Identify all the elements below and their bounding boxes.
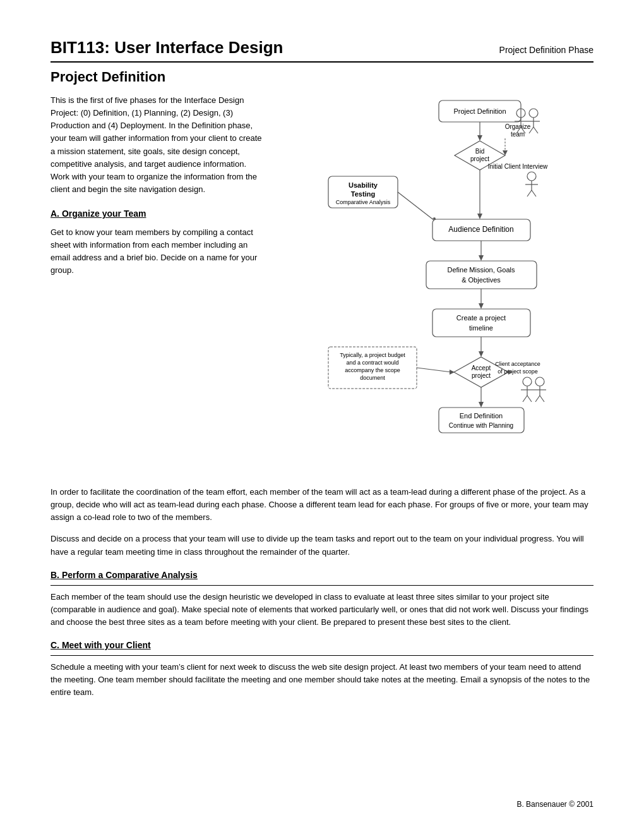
section-a-heading: A. Organize your Team [51, 207, 265, 221]
svg-text:Define Mission, Goals: Define Mission, Goals [448, 266, 515, 274]
svg-line-18 [534, 127, 538, 133]
content-area: This is the first of five phases for the… [51, 94, 593, 473]
document-phase: Project Definition Phase [499, 45, 593, 55]
svg-point-14 [529, 109, 538, 118]
svg-line-31 [398, 192, 434, 221]
svg-text:& Objectives: & Objectives [462, 276, 501, 284]
section-c-heading: C. Meet with your Client [51, 640, 593, 650]
section-c-divider [51, 655, 593, 656]
svg-point-66 [535, 377, 544, 386]
svg-text:Client acceptance: Client acceptance [495, 361, 540, 367]
page-header: BIT113: User Interface Design Project De… [51, 38, 593, 63]
page-title: Project Definition [51, 69, 593, 85]
svg-rect-39 [426, 261, 537, 289]
section-b-heading: B. Perform a Comparative Analysis [51, 570, 593, 580]
svg-point-22 [527, 172, 536, 181]
svg-text:Testing: Testing [351, 190, 375, 198]
section-a-para-1: In order to facilitate the coordination … [51, 486, 593, 524]
svg-text:Continue with Planning: Continue with Planning [449, 422, 513, 429]
svg-line-69 [535, 396, 540, 402]
section-a-para-0: Get to know your team members by compili… [51, 226, 265, 277]
section-a-para-2: Discuss and decide on a process that you… [51, 533, 593, 558]
intro-paragraph: This is the first of five phases for the… [51, 94, 265, 196]
svg-marker-58 [450, 370, 455, 375]
svg-text:End Definition: End Definition [460, 412, 503, 420]
svg-marker-34 [477, 214, 482, 219]
svg-text:Create a project: Create a project [456, 314, 506, 322]
svg-text:Initial Client Interview: Initial Client Interview [488, 163, 548, 170]
svg-text:Organize: Organize [505, 123, 531, 130]
svg-rect-75 [439, 408, 524, 433]
svg-text:Usability: Usability [349, 181, 378, 189]
svg-marker-3 [477, 135, 482, 141]
svg-point-61 [523, 377, 532, 386]
section-b-divider [51, 585, 593, 586]
svg-line-64 [523, 396, 527, 402]
svg-marker-38 [479, 255, 484, 261]
svg-text:project: project [472, 372, 491, 379]
flowchart-diagram: Project Definition Bid project Organize … [322, 94, 549, 473]
intro-text-col: This is the first of five phases for the… [51, 94, 265, 473]
footer-text: B. Bansenauer © 2001 [516, 800, 593, 809]
svg-marker-43 [479, 303, 484, 309]
section-b-para-0: Each member of the team should use the d… [51, 591, 593, 629]
svg-line-70 [540, 396, 544, 402]
svg-text:Audience Definition: Audience Definition [448, 225, 513, 234]
svg-line-65 [527, 396, 532, 402]
svg-text:accompany the scope: accompany the scope [345, 367, 400, 373]
svg-text:and a contract would: and a contract would [346, 360, 398, 366]
svg-line-26 [532, 190, 536, 196]
svg-line-25 [527, 190, 532, 196]
svg-text:Accept: Accept [472, 365, 491, 372]
svg-text:of project scope: of project scope [498, 368, 538, 375]
svg-marker-74 [479, 402, 484, 408]
diagram-area: Project Definition Bid project Organize … [278, 94, 593, 473]
section-c-para-0: Schedule a meeting with your team’s clie… [51, 661, 593, 699]
document-title: BIT113: User Interface Design [51, 38, 283, 57]
svg-text:Project Definition: Project Definition [453, 107, 506, 115]
svg-text:project: project [470, 155, 489, 162]
svg-text:document: document [360, 375, 385, 381]
svg-text:Comparative Analysis: Comparative Analysis [336, 199, 391, 205]
svg-line-57 [417, 368, 451, 372]
svg-rect-44 [432, 309, 530, 337]
svg-text:timeline: timeline [469, 324, 493, 332]
svg-text:Typically, a project budget: Typically, a project budget [340, 352, 405, 358]
svg-marker-48 [479, 351, 484, 357]
svg-text:Bid: Bid [475, 148, 484, 155]
